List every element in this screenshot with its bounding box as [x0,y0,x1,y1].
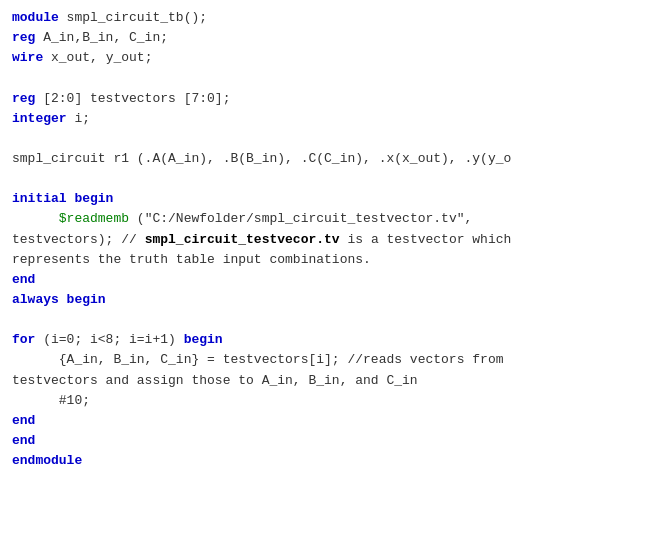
code-line-2: reg A_in,B_in, C_in; [12,28,641,48]
code-line-8: smpl_circuit r1 (.A(A_in), .B(B_in), .C(… [12,149,641,169]
code-line-15: always begin [12,290,641,310]
code-line-19: testvectors and assign those to A_in, B_… [12,371,641,391]
code-blank-3 [12,169,641,189]
code-line-12: testvectors); // smpl_circuit_testvecor.… [12,230,641,250]
code-line-11: $readmemb ("C:/Newfolder/smpl_circuit_te… [12,209,641,229]
code-blank-4 [12,310,641,330]
code-blank-1 [12,68,641,88]
code-line-5: reg [2:0] testvectors [7:0]; [12,89,641,109]
code-line-10: initial begin [12,189,641,209]
code-line-21: end [12,411,641,431]
code-line-13: represents the truth table input combina… [12,250,641,270]
code-line-1: module smpl_circuit_tb(); [12,8,641,28]
code-line-6: integer i; [12,109,641,129]
code-line-20: #10; [12,391,641,411]
code-line-14: end [12,270,641,290]
code-line-17: for (i=0; i<8; i=i+1) begin [12,330,641,350]
code-line-3: wire x_out, y_out; [12,48,641,68]
code-editor: module smpl_circuit_tb(); reg A_in,B_in,… [0,0,653,540]
code-blank-2 [12,129,641,149]
code-line-22: end [12,431,641,451]
code-line-23: endmodule [12,451,641,471]
code-line-18: {A_in, B_in, C_in} = testvectors[i]; //r… [12,350,641,370]
